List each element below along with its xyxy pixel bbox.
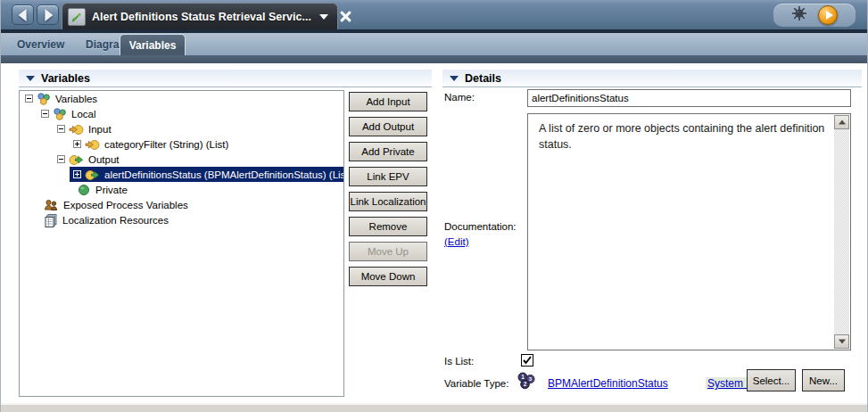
- move-down-button[interactable]: Move Down: [349, 267, 427, 286]
- output-arrow-icon: [69, 152, 84, 167]
- scroll-down-arrow-icon: [839, 340, 846, 344]
- debug-bug-icon[interactable]: [791, 5, 807, 25]
- select-type-button[interactable]: Select...: [747, 369, 796, 391]
- scroll-up-arrow-icon: [839, 120, 846, 125]
- new-type-button[interactable]: New...: [802, 369, 845, 391]
- editor-title: Alert Definitions Status Retrieval Servi…: [92, 11, 311, 23]
- tree-item-label: Exposed Process Variables: [62, 199, 191, 211]
- nav-back-button[interactable]: [12, 4, 34, 25]
- variables-cluster-icon: [53, 107, 67, 121]
- variable-type-link[interactable]: BPMAlertDefinitionStatus: [548, 377, 668, 390]
- tree-item-categoryfilter[interactable]: categoryFilter (String) (List): [20, 136, 343, 152]
- variable-type-label: Variable Type:: [444, 378, 508, 389]
- link-localization-button[interactable]: Link Localization: [349, 192, 427, 211]
- tree-item-private[interactable]: Private: [20, 182, 343, 197]
- output-arrow-icon: [85, 168, 100, 182]
- link-epv-button[interactable]: Link EPV: [349, 167, 427, 186]
- variables-tree[interactable]: Variables Local Input cate: [19, 90, 344, 397]
- collapse-box-icon[interactable]: [57, 125, 65, 133]
- details-section-title: Details: [465, 72, 501, 85]
- name-label: Name:: [444, 92, 475, 103]
- collapse-box-icon[interactable]: [57, 155, 65, 163]
- is-list-label: Is List:: [444, 356, 474, 367]
- variable-type-icon: 1 3 2: [517, 371, 536, 394]
- expand-box-icon[interactable]: [73, 170, 81, 178]
- collapse-box-icon[interactable]: [41, 110, 49, 118]
- svg-text:2: 2: [524, 381, 527, 387]
- tab-underline-bar: [1, 55, 868, 63]
- documentation-label: Documentation:: [444, 221, 517, 232]
- tree-item-variables[interactable]: Variables: [20, 91, 343, 106]
- tab-variables[interactable]: Variables: [120, 34, 186, 55]
- svg-text:1: 1: [521, 374, 525, 380]
- details-section-header: Details: [442, 70, 862, 87]
- variables-section-header: Variables: [19, 70, 432, 87]
- selected-row-highlight: alertDefinitionsStatus (BPMAlertDefiniti…: [70, 167, 344, 182]
- input-arrow-icon: [69, 122, 84, 136]
- move-up-button: Move Up: [349, 242, 427, 261]
- variables-section-title: Variables: [41, 72, 90, 85]
- input-arrow-icon: [85, 137, 100, 152]
- scroll-up-button[interactable]: [834, 115, 849, 129]
- collapse-box-icon[interactable]: [25, 95, 33, 103]
- tree-item-local[interactable]: Local: [20, 106, 343, 121]
- expand-box-icon[interactable]: [73, 140, 81, 148]
- tree-item-label: Variables: [54, 93, 100, 105]
- vertical-scrollbar[interactable]: [834, 115, 849, 349]
- tab-overview[interactable]: Overview: [17, 33, 64, 55]
- add-input-button[interactable]: Add Input: [349, 92, 427, 111]
- main-content: Variables Variables Local: [1, 63, 868, 403]
- scroll-down-button[interactable]: [834, 334, 849, 349]
- tree-item-label: Output: [87, 153, 122, 166]
- exposed-people-icon: [44, 198, 59, 212]
- remove-button[interactable]: Remove: [349, 217, 427, 236]
- localization-docs-icon: [44, 213, 58, 227]
- tree-item-label: Private: [95, 184, 130, 196]
- tree-item-label: categoryFilter (String) (List): [103, 138, 231, 151]
- variables-cluster-icon: [37, 92, 51, 106]
- tree-item-output[interactable]: Output: [20, 152, 343, 167]
- collapse-triangle-icon[interactable]: [26, 76, 35, 81]
- name-input[interactable]: [527, 89, 851, 107]
- editor-title-tab[interactable]: Alert Definitions Status Retrieval Servi…: [62, 3, 338, 29]
- editor-tabstrip: Overview Diagram Variables: [1, 33, 868, 55]
- documentation-textarea[interactable]: A list of zero or more objects containin…: [527, 113, 851, 350]
- play-triangle-icon: [826, 11, 833, 20]
- add-private-button[interactable]: Add Private: [349, 142, 427, 161]
- run-toolbar: [773, 4, 856, 27]
- back-arrow-icon: [18, 9, 26, 21]
- tree-item-localization-resources[interactable]: Localization Resources: [20, 212, 343, 227]
- collapse-triangle-icon[interactable]: [450, 76, 459, 81]
- window-toolbar: Alert Definitions Status Retrieval Servi…: [1, 0, 868, 29]
- tree-item-label: Input: [87, 123, 114, 136]
- application-window: { "window": { "title": "Alert Definition…: [0, 0, 868, 412]
- tree-item-exposed-process-variables[interactable]: Exposed Process Variables: [20, 197, 343, 212]
- tree-item-alertdefinitionsstatus[interactable]: alertDefinitionsStatus (BPMAlertDefiniti…: [20, 167, 343, 182]
- checkbox-checked-icon: [522, 355, 533, 366]
- tree-item-label: Localization Resources: [62, 214, 171, 227]
- private-sphere-icon: [77, 183, 91, 197]
- service-icon: [68, 8, 86, 26]
- add-output-button[interactable]: Add Output: [349, 117, 427, 136]
- run-play-icon[interactable]: [818, 5, 838, 25]
- status-bar: [1, 403, 868, 412]
- tree-item-label: alertDefinitionsStatus (BPMAlertDefiniti…: [103, 169, 344, 181]
- tree-item-input[interactable]: Input: [20, 121, 343, 136]
- nav-forward-button[interactable]: [37, 4, 59, 25]
- is-list-checkbox[interactable]: [521, 354, 533, 367]
- documentation-text: A list of zero or more objects containin…: [528, 114, 834, 350]
- chevron-down-icon[interactable]: [319, 14, 328, 20]
- tree-item-label: Local: [70, 108, 99, 120]
- documentation-edit-link[interactable]: (Edit): [444, 236, 468, 247]
- forward-arrow-icon: [45, 9, 53, 21]
